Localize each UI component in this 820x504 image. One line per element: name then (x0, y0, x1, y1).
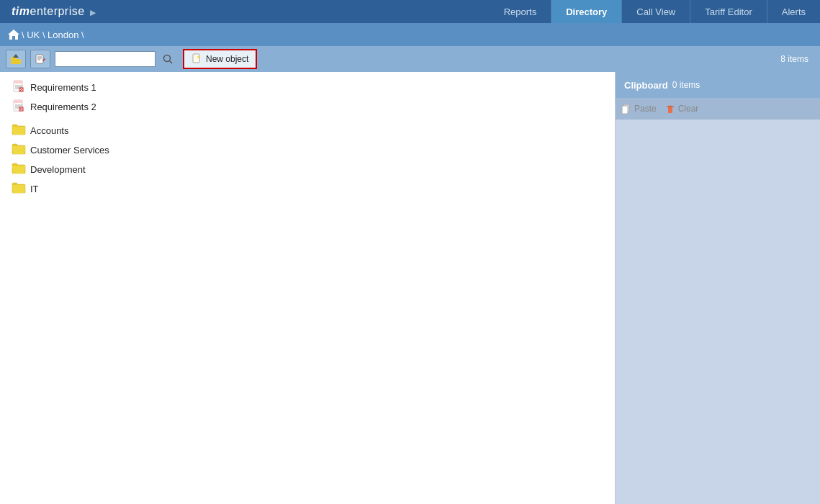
breadcrumb-bar: \ UK \ London \ (0, 23, 820, 46)
svg-rect-4 (36, 55, 43, 63)
tab-alerts[interactable]: Alerts (767, 0, 820, 23)
tab-tariff-editor-label: Tariff Editor (705, 6, 752, 17)
svg-line-10 (170, 61, 173, 64)
new-object-label: New object (206, 54, 248, 64)
list-item[interactable]: IT (0, 179, 615, 199)
tab-tariff-editor[interactable]: Tariff Editor (690, 0, 767, 23)
upload-button[interactable] (6, 50, 26, 68)
svg-rect-11 (193, 54, 199, 63)
tab-directory[interactable]: Directory (551, 0, 622, 23)
search-button[interactable] (160, 51, 176, 67)
folder-icon (12, 143, 26, 158)
paste-button[interactable]: Paste (621, 104, 657, 114)
directory-list: Requirements 1 Requirements 2 (0, 72, 616, 504)
top-navigation: timenterprise ▶ Reports Directory Call V… (0, 0, 820, 23)
clipboard-actions: Paste Clear (616, 98, 820, 120)
list-item-label: Customer Services (30, 145, 109, 156)
tab-reports[interactable]: Reports (490, 0, 552, 23)
tab-alerts-label: Alerts (782, 6, 806, 17)
tab-call-view-label: Call View (636, 6, 675, 17)
list-item[interactable]: Accounts (0, 121, 615, 140)
clipboard-count: 0 items (672, 80, 700, 90)
clipboard-panel: Clipboard 0 items Paste Clear (616, 72, 820, 504)
logo-area: timenterprise ▶ (0, 0, 144, 23)
logo-tim: tim (12, 5, 30, 17)
svg-marker-3 (13, 54, 19, 58)
requirement-icon (12, 80, 26, 95)
new-object-button[interactable]: New object (183, 49, 257, 69)
breadcrumb-path: \ UK \ London \ (22, 30, 84, 40)
list-item-label: IT (30, 184, 39, 194)
new-object-icon (192, 53, 203, 65)
clear-label: Clear (678, 104, 699, 114)
tab-directory-label: Directory (566, 6, 607, 17)
nav-tabs: Reports Directory Call View Tariff Edito… (490, 0, 820, 23)
tab-call-view[interactable]: Call View (622, 0, 690, 23)
clipboard-header: Clipboard 0 items (616, 72, 820, 98)
list-item-label: Requirements 2 (30, 102, 96, 112)
list-item[interactable]: Requirements 2 (0, 97, 615, 117)
search-input[interactable] (55, 51, 156, 67)
clipboard-title: Clipboard (624, 80, 668, 91)
clear-button[interactable]: Clear (665, 104, 699, 114)
clear-icon (665, 104, 675, 114)
list-item-label: Requirements 1 (30, 82, 96, 93)
svg-rect-22 (14, 100, 22, 103)
home-icon[interactable] (7, 28, 20, 41)
folder-icon (12, 162, 26, 177)
item-count: 8 items (780, 54, 808, 64)
clipboard-content (616, 120, 820, 504)
folder-icon (12, 123, 26, 138)
toolbar: New object 8 items (0, 46, 820, 72)
list-item-label: Development (30, 164, 86, 175)
paste-icon (621, 104, 631, 114)
folder-icon (12, 181, 26, 197)
logo-arrow: ▶ (90, 9, 96, 17)
paste-label: Paste (634, 104, 657, 114)
svg-point-9 (164, 55, 171, 62)
list-item[interactable]: Requirements 1 (0, 78, 615, 97)
svg-rect-14 (14, 81, 22, 84)
list-item-label: Accounts (30, 125, 68, 136)
svg-rect-30 (622, 106, 628, 114)
main-content: Requirements 1 Requirements 2 (0, 72, 820, 504)
requirement-icon (12, 99, 26, 114)
tab-reports-label: Reports (504, 6, 537, 17)
list-item[interactable]: Customer Services (0, 140, 615, 160)
app-logo: timenterprise ▶ (12, 5, 96, 18)
edit-button[interactable] (30, 50, 50, 68)
svg-marker-0 (8, 30, 19, 40)
list-item[interactable]: Development (0, 160, 615, 179)
logo-enterprise: enterprise (30, 5, 85, 17)
